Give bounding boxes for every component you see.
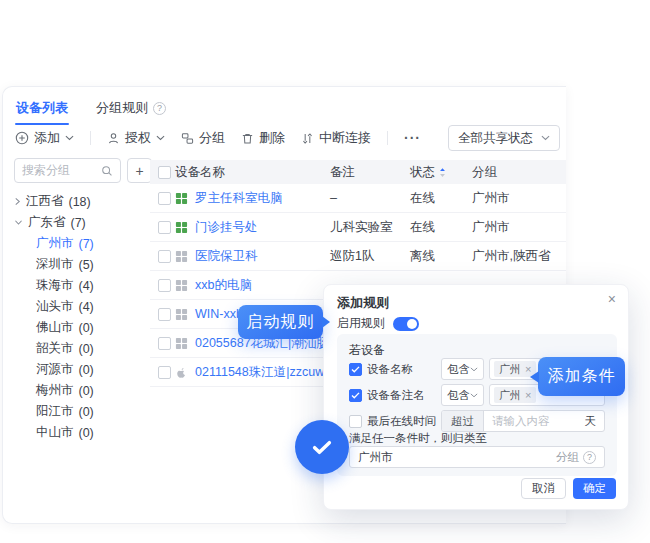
sidebar-item-zhuhai[interactable]: 珠海市(4) — [14, 275, 144, 296]
sidebar-item-yangjiang[interactable]: 阳江市(0) — [14, 401, 144, 422]
tab-group-rules[interactable]: 分组规则 ? — [95, 95, 167, 125]
table-row[interactable]: 门诊挂号处 儿科实验室 在线 广州市 — [150, 213, 566, 242]
delete-button[interactable]: 删除 — [241, 129, 285, 147]
classify-suffix: 分组 ? — [556, 450, 596, 465]
modal-title: 添加规则 — [337, 294, 389, 312]
row-checkbox[interactable] — [158, 366, 171, 379]
row-checkbox[interactable] — [158, 221, 171, 234]
sidebar-item-guangdong[interactable]: 广东省(7) — [14, 212, 144, 233]
row-checkbox[interactable] — [158, 308, 171, 321]
sidebar-item-meizhou[interactable]: 梅州市(0) — [14, 380, 144, 401]
last-online-checkbox[interactable] — [349, 415, 362, 428]
windows-icon — [175, 192, 188, 205]
help-icon: ? — [153, 102, 166, 115]
tab-bar: 设备列表 分组规则 ? — [15, 95, 167, 125]
table-header: 设备名称 备注 状态 分组 — [150, 160, 566, 184]
more-button[interactable]: ··· — [404, 130, 421, 146]
enable-rule-toggle[interactable] — [393, 317, 419, 331]
sidebar-item-foshan[interactable]: 佛山市(0) — [14, 317, 144, 338]
select-all-checkbox[interactable] — [158, 166, 171, 179]
sort-icon[interactable] — [439, 167, 446, 178]
device-status: 离线 — [410, 242, 435, 270]
chevron-right-icon — [14, 197, 21, 206]
windows-icon — [175, 308, 188, 321]
sidebar-item-shaoguan[interactable]: 韶关市(0) — [14, 338, 144, 359]
header-group: 分组 — [472, 160, 497, 184]
classify-group-value: 广州市 — [358, 450, 556, 465]
device-name-link[interactable]: xxb的电脑 — [195, 277, 252, 294]
group-icon — [181, 132, 194, 145]
tab-device-list[interactable]: 设备列表 — [15, 95, 69, 125]
last-online-input[interactable]: 超过 请输入内容 天 — [441, 410, 605, 432]
keyword-tag[interactable]: 广州× — [494, 387, 536, 403]
row-checkbox[interactable] — [158, 250, 171, 263]
help-icon: ? — [583, 451, 596, 464]
windows-icon — [175, 337, 188, 350]
close-icon[interactable]: × — [608, 291, 616, 307]
disconnect-button[interactable]: 中断连接 — [301, 129, 371, 147]
operator-select[interactable]: 包含 — [441, 358, 484, 380]
check-icon — [309, 434, 335, 460]
table-row[interactable]: 医院保卫科 巡防1队 离线 广州市,陕西省 — [150, 242, 566, 271]
tab-group-rules-label: 分组规则 — [96, 99, 148, 117]
apple-icon — [175, 366, 188, 379]
group-button-label: 分组 — [199, 129, 225, 147]
device-note-checkbox[interactable] — [349, 389, 362, 402]
header-status: 状态 — [410, 160, 446, 184]
device-name-link[interactable]: 门诊挂号处 — [195, 219, 258, 236]
plus-icon: + — [135, 163, 143, 179]
device-status: 在线 — [410, 184, 435, 212]
device-name-checkbox[interactable] — [349, 363, 362, 376]
sidebar-item-zhongshan[interactable]: 中山市(0) — [14, 422, 144, 443]
add-group-button[interactable]: + — [127, 158, 152, 183]
row-checkbox[interactable] — [158, 337, 171, 350]
table-row[interactable]: 罗主任科室电脑 – 在线 广州市 — [150, 184, 566, 213]
operator-select[interactable]: 包含 — [441, 384, 484, 406]
operator-segment: 超过 — [442, 411, 484, 431]
more-icon: ··· — [404, 130, 421, 146]
add-rule-modal: 添加规则 × 启用规则 若设备 设备名称 包含 广州× 科室电脑× — [323, 284, 629, 510]
device-note: 巡防1队 — [330, 242, 374, 270]
classify-group-input[interactable]: 广州市 分组 ? — [349, 446, 605, 468]
enable-rule-row: 启用规则 — [337, 315, 419, 332]
row-checkbox[interactable] — [158, 279, 171, 292]
modal-footer: 取消 确定 — [521, 478, 616, 499]
tag-close-icon[interactable]: × — [525, 389, 531, 401]
rule-condition-section: 若设备 设备名称 包含 广州× 科室电脑× 设备备注名 包含 — [337, 334, 617, 476]
device-name-link[interactable]: WIN-xxb — [195, 307, 243, 321]
condition-label: 设备名称 — [367, 362, 441, 377]
page: 设备列表 分组规则 ? 添加 授权 分组 — [0, 0, 650, 543]
filter-group: 全部共享状态 全 — [448, 125, 566, 151]
sidebar-item-shantou[interactable]: 汕头市(4) — [14, 296, 144, 317]
chevron-down-icon — [14, 219, 23, 226]
check-icon — [351, 392, 360, 399]
sidebar-item-heyuan[interactable]: 河源市(0) — [14, 359, 144, 380]
enable-rule-label: 启用规则 — [337, 315, 385, 332]
toolbar-divider — [387, 131, 388, 145]
share-status-filter-value: 全部共享状态 — [458, 130, 533, 147]
row-checkbox[interactable] — [158, 192, 171, 205]
sidebar-item-guangzhou[interactable]: 广州市(7) — [14, 233, 144, 254]
group-button[interactable]: 分组 — [181, 129, 225, 147]
cancel-button[interactable]: 取消 — [521, 478, 566, 499]
device-name-link[interactable]: 医院保卫科 — [195, 248, 258, 265]
device-note: 儿科实验室 — [330, 213, 393, 241]
trash-icon — [241, 132, 254, 145]
header-device-name: 设备名称 — [175, 160, 225, 184]
add-button[interactable]: 添加 — [15, 129, 74, 147]
sidebar-item-jiangxi[interactable]: 江西省(18) — [14, 191, 144, 212]
sidebar-search-row: 搜索分组 + — [14, 158, 152, 183]
classify-label: 满足任一条件时，则归类至 — [349, 431, 487, 446]
share-status-filter[interactable]: 全部共享状态 — [448, 125, 560, 151]
group-search-input[interactable]: 搜索分组 — [14, 158, 121, 183]
confirm-button[interactable]: 确定 — [573, 478, 616, 499]
last-online-placeholder: 请输入内容 — [484, 414, 585, 429]
search-icon — [101, 165, 113, 177]
device-name-link[interactable]: 罗主任科室电脑 — [195, 190, 283, 207]
authorize-button[interactable]: 授权 — [107, 129, 165, 147]
sidebar-item-shenzhen[interactable]: 深圳市(5) — [14, 254, 144, 275]
chevron-down-icon — [470, 393, 478, 398]
add-condition-tooltip: 添加条件 — [538, 357, 625, 396]
condition-label: 最后在线时间 — [367, 414, 441, 429]
check-icon — [351, 366, 360, 373]
